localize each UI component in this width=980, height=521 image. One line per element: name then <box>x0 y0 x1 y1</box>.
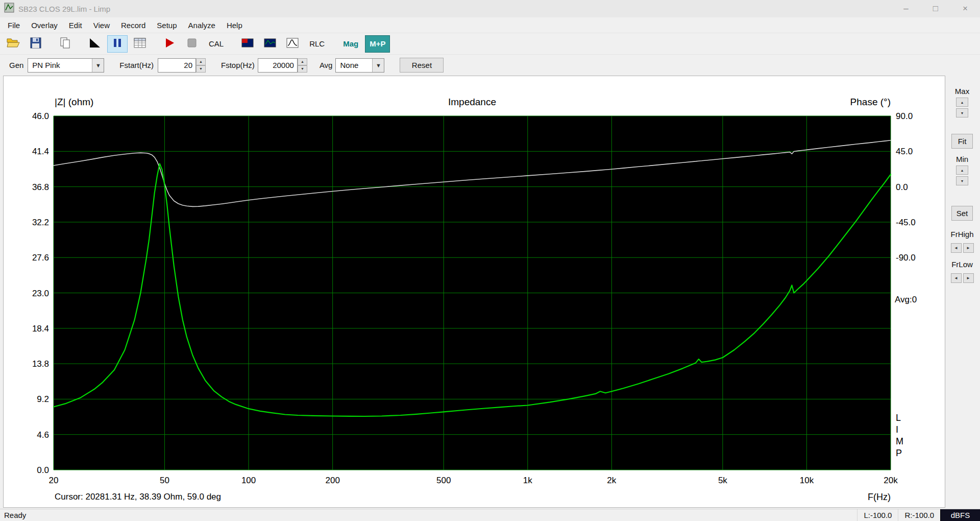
frlow-right-icon[interactable]: ► <box>963 273 974 283</box>
fstop-input[interactable]: 20000 <box>258 58 298 73</box>
max-up-icon[interactable]: ▲ <box>956 98 968 107</box>
background-color-button[interactable] <box>85 35 105 53</box>
menu-help[interactable]: Help <box>221 19 248 32</box>
y-left-tick-label: 32.2 <box>32 218 49 227</box>
frhigh-right-icon[interactable]: ► <box>963 243 974 253</box>
menu-edit[interactable]: Edit <box>63 19 88 32</box>
max-label: Max <box>955 87 969 96</box>
impedance-chart[interactable]: 46.041.436.832.227.623.018.413.89.24.60.… <box>4 76 945 507</box>
limp-letter: M <box>896 436 903 447</box>
min-label: Min <box>956 155 968 163</box>
min-up-icon[interactable]: ▲ <box>956 165 968 175</box>
y-right-tick-label: 0.0 <box>896 182 908 192</box>
limp-letter: L <box>896 412 903 424</box>
gen-label: Gen <box>9 61 23 69</box>
pause-button[interactable] <box>107 35 128 53</box>
avg-select[interactable]: None ▼ <box>335 58 384 73</box>
y-left-tick-label: 27.6 <box>32 253 49 263</box>
chevron-down-icon[interactable]: ▼ <box>372 59 384 72</box>
set-button[interactable]: Set <box>951 206 973 221</box>
save-button[interactable] <box>26 35 46 53</box>
limp-letter: P <box>896 447 903 459</box>
menu-setup[interactable]: Setup <box>151 19 182 32</box>
minimize-button[interactable]: – <box>891 0 921 17</box>
status-ready: Ready <box>0 511 26 519</box>
frhigh-left-icon[interactable]: ◄ <box>951 243 962 253</box>
toolbar: CAL RLC Mag M+P <box>0 33 980 54</box>
generator-setup-button[interactable] <box>237 35 258 53</box>
status-levels: L:-100.0 R:-100.0 dBFS <box>857 509 980 521</box>
fstop-down-icon[interactable]: ▼ <box>298 65 307 73</box>
statusbar: Ready L:-100.0 R:-100.0 dBFS <box>0 509 980 521</box>
frlow-left-icon[interactable]: ◄ <box>951 273 962 283</box>
stop-button[interactable] <box>182 35 202 53</box>
min-down-icon[interactable]: ▼ <box>956 176 968 185</box>
y-right-tick-label: 45.0 <box>896 147 913 156</box>
generator-select[interactable]: PN Pink ▼ <box>28 58 104 73</box>
avg-selected-value: None <box>336 59 372 72</box>
save-icon <box>30 37 41 51</box>
spectrum-button[interactable] <box>260 35 280 53</box>
fstart-input[interactable]: 20 <box>158 58 196 73</box>
x-tick-label: 100 <box>241 476 256 485</box>
y-left-tick-label: 0.0 <box>37 465 49 475</box>
limp-letter: I <box>896 424 903 436</box>
reset-button[interactable]: Reset <box>400 58 444 73</box>
waveform-icon <box>286 37 299 51</box>
pause-icon <box>112 37 123 51</box>
copy-button[interactable] <box>55 35 76 53</box>
folder-open-icon <box>7 37 20 51</box>
x-axis-title: F(Hz) <box>800 492 891 503</box>
fit-button[interactable]: Fit <box>951 134 973 149</box>
mag-phase-button[interactable]: M+P <box>365 35 390 53</box>
fstart-down-icon[interactable]: ▼ <box>196 65 206 73</box>
table-button[interactable] <box>130 35 150 53</box>
fstart-up-icon[interactable]: ▲ <box>196 58 206 65</box>
menu-file[interactable]: File <box>2 19 26 32</box>
open-button[interactable] <box>3 35 23 53</box>
close-button[interactable]: × <box>950 0 980 17</box>
y-left-tick-label: 9.2 <box>37 394 49 404</box>
copy-icon <box>60 37 71 51</box>
rlc-button[interactable]: RLC <box>305 35 329 53</box>
menu-view[interactable]: View <box>88 19 115 32</box>
x-tick-label: 2k <box>607 476 616 485</box>
graph-side-panel: Max ▲ ▼ Fit Min ▲ ▼ Set FrHigh ◄ ► FrLow… <box>945 76 979 509</box>
spectrum-icon <box>264 37 276 51</box>
right-level: R:-100.0 <box>898 509 940 521</box>
cal-button[interactable]: CAL <box>204 35 228 53</box>
y-left-tick-label: 46.0 <box>32 111 49 121</box>
fstop-up-icon[interactable]: ▲ <box>298 58 307 65</box>
record-button[interactable] <box>159 35 180 53</box>
table-icon <box>134 37 146 51</box>
fstop-stepper: ▲ ▼ <box>298 58 307 73</box>
maximize-button[interactable]: □ <box>921 0 950 17</box>
menubar: File Overlay Edit View Record Setup Anal… <box>0 17 980 33</box>
y-left-tick-label: 4.6 <box>37 430 49 440</box>
x-tick-label: 10k <box>800 476 814 485</box>
x-tick-label: 5k <box>718 476 727 485</box>
frhigh-stepper: ◄ ► <box>951 243 974 253</box>
y-right-tick-label: -90.0 <box>896 253 916 263</box>
cursor-readout: Cursor: 20281.31 Hz, 38.39 Ohm, 59.0 deg <box>55 492 221 502</box>
chevron-down-icon[interactable]: ▼ <box>92 59 104 72</box>
frlow-stepper: ◄ ► <box>951 273 974 283</box>
generator-selected-value: PN Pink <box>28 59 92 72</box>
chart-panel: 46.041.436.832.227.623.018.413.89.24.60.… <box>3 76 945 508</box>
y-right-tick-label: 90.0 <box>896 111 913 121</box>
time-record-button[interactable] <box>282 35 303 53</box>
window-controls: – □ × <box>891 0 980 17</box>
fstop-label: Fstop(Hz) <box>221 61 255 69</box>
titlebar[interactable]: SB23 CLOS 29L.lim - Limp – □ × <box>0 0 980 17</box>
menu-analyze[interactable]: Analyze <box>183 19 221 32</box>
menu-overlay[interactable]: Overlay <box>26 19 63 32</box>
right-axis-title: Phase (°) <box>739 97 891 108</box>
mag-button[interactable]: Mag <box>338 35 363 53</box>
left-level: L:-100.0 <box>857 509 898 521</box>
frhigh-label: FrHigh <box>950 230 973 239</box>
y-left-tick-label: 13.8 <box>32 359 49 369</box>
min-stepper: ▲ ▼ <box>956 165 968 185</box>
menu-record[interactable]: Record <box>115 19 151 32</box>
max-down-icon[interactable]: ▼ <box>956 108 968 117</box>
app-window: SB23 CLOS 29L.lim - Limp – □ × File Over… <box>0 0 980 521</box>
